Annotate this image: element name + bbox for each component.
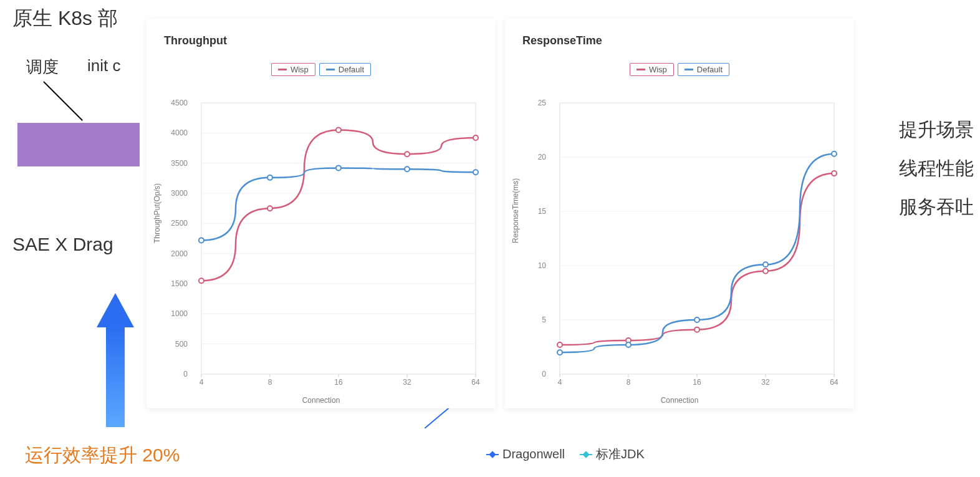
y-tick: 4500 <box>169 99 188 107</box>
legend-default-label: Default <box>339 65 364 74</box>
svg-point-25 <box>473 170 478 175</box>
sae-text: SAE X Drag <box>12 234 113 255</box>
svg-point-38 <box>557 342 562 347</box>
svg-point-20 <box>473 135 478 140</box>
chart-card-throughput: Throughput Wisp Default ThroughPut(Op/s)… <box>147 19 496 408</box>
svg-point-17 <box>267 206 272 211</box>
x-tick: 16 <box>334 378 342 387</box>
svg-rect-26 <box>560 103 834 374</box>
svg-point-46 <box>763 262 768 267</box>
svg-point-44 <box>626 342 631 347</box>
y-tick: 5 <box>527 316 546 324</box>
svg-point-40 <box>694 327 699 332</box>
legend-default-label: Default <box>697 65 723 74</box>
svg-point-19 <box>405 152 410 157</box>
svg-point-43 <box>557 350 562 355</box>
svg-point-42 <box>832 171 837 176</box>
x-tick: 4 <box>199 378 204 387</box>
x-tick: 8 <box>627 378 631 387</box>
legend-marker-icon <box>580 454 592 455</box>
right-text-1: 提升场景 <box>899 117 974 143</box>
svg-point-41 <box>763 269 768 274</box>
chart-legend: Wisp Default <box>147 63 496 76</box>
svg-point-22 <box>267 175 272 180</box>
svg-rect-0 <box>201 103 476 374</box>
svg-point-21 <box>199 238 204 243</box>
legend-default: Default <box>319 63 371 76</box>
y-tick: 15 <box>527 207 546 216</box>
bottom-legend-label: 标准JDK <box>596 446 645 463</box>
right-text-2: 线程性能 <box>899 156 974 181</box>
bg-init-label: init c <box>87 56 120 75</box>
svg-point-45 <box>694 317 699 322</box>
y-tick: 1000 <box>169 309 188 318</box>
right-text-3: 服务吞吐 <box>899 195 974 220</box>
arrow-up-icon <box>97 293 134 427</box>
y-tick: 3000 <box>169 189 188 198</box>
plot-svg-throughput <box>183 100 482 393</box>
svg-point-47 <box>832 152 837 157</box>
plot-area-response <box>541 100 840 393</box>
legend-wisp-label: Wisp <box>291 65 309 74</box>
y-tick: 0 <box>169 370 188 378</box>
x-tick: 4 <box>558 378 562 387</box>
y-tick: 25 <box>527 99 546 107</box>
svg-point-16 <box>199 278 204 283</box>
chart-legend: Wisp Default <box>505 63 854 76</box>
x-axis-label: Connection <box>147 396 496 405</box>
bg-schedule-label: 调度 <box>26 56 59 78</box>
svg-point-23 <box>336 165 341 170</box>
chart-title: ResponseTime <box>505 19 854 47</box>
x-axis-label: Connection <box>505 396 854 405</box>
legend-wisp: Wisp <box>630 63 674 76</box>
bottom-legend: Dragonwell 标准JDK <box>486 446 645 463</box>
y-tick: 20 <box>527 153 546 161</box>
legend-wisp-label: Wisp <box>649 65 667 74</box>
y-tick: 3500 <box>169 159 188 168</box>
x-tick: 64 <box>471 378 479 387</box>
y-tick: 0 <box>527 370 546 378</box>
y-tick: 10 <box>527 261 546 270</box>
x-tick: 32 <box>403 378 411 387</box>
x-tick: 8 <box>268 378 272 387</box>
efficiency-text: 运行效率提升 20% <box>25 443 180 468</box>
connector-line <box>43 81 83 121</box>
bottom-legend-stdjdk: 标准JDK <box>580 446 645 463</box>
chart-title: Throughput <box>147 19 496 47</box>
y-tick: 2500 <box>169 219 188 228</box>
bg-title: 原生 K8s 部 <box>12 5 118 32</box>
y-axis-label: ThroughPut(Op/s) <box>153 183 161 243</box>
chart-card-response: ResponseTime Wisp Default ResponseTime(m… <box>505 19 854 408</box>
bottom-legend-label: Dragonwell <box>502 447 565 461</box>
legend-default: Default <box>678 63 729 76</box>
y-tick: 500 <box>169 340 188 349</box>
legend-wisp: Wisp <box>271 63 315 76</box>
x-tick: 32 <box>761 378 769 387</box>
svg-point-18 <box>336 128 341 133</box>
svg-point-24 <box>405 166 410 171</box>
purple-box <box>17 123 140 166</box>
y-tick: 1500 <box>169 279 188 288</box>
y-tick: 4000 <box>169 128 188 137</box>
plot-svg-response <box>541 100 840 393</box>
x-tick: 16 <box>693 378 701 387</box>
legend-marker-icon <box>486 454 499 455</box>
y-axis-label: ResponseTime(ms) <box>511 178 520 243</box>
plot-area-throughput <box>183 100 482 393</box>
bottom-legend-dragonwell: Dragonwell <box>486 447 565 461</box>
y-tick: 2000 <box>169 249 188 258</box>
x-tick: 64 <box>830 378 838 387</box>
